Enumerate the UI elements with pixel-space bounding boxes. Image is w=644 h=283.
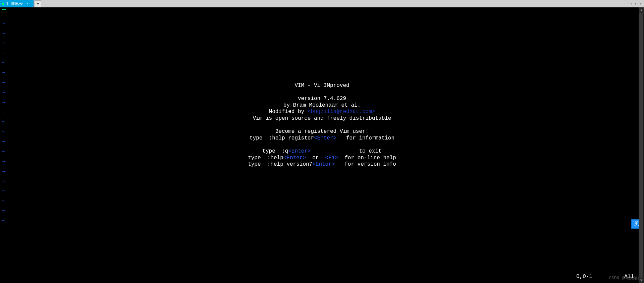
tab-prev-icon[interactable]: ◂: [630, 1, 634, 6]
intro-blank3: [0, 142, 644, 148]
intro-version: version 7.4.629: [0, 96, 644, 102]
intro-modified-prefix: Modified by: [269, 109, 308, 115]
enter-key-icon: <Enter>: [288, 148, 311, 154]
intro-reg-post: for information: [336, 135, 394, 141]
intro-blank2: [0, 122, 644, 129]
scroll-down-icon[interactable]: ▼: [639, 278, 644, 283]
intro-help-mid: or: [306, 155, 325, 161]
intro-quit-post: to exit: [311, 148, 381, 154]
tab-active[interactable]: 1 腾讯云 ×: [0, 0, 34, 7]
tab-next-icon[interactable]: ▸: [634, 1, 638, 6]
intro-register: type :help register<Enter> for informati…: [0, 135, 644, 142]
new-tab-button[interactable]: +: [35, 0, 41, 7]
intro-reg-pre: type :help register: [250, 135, 314, 141]
intro-version7: type :help version7<Enter> for version i…: [0, 161, 644, 168]
f1-key-icon: <F1>: [325, 155, 338, 161]
intro-title: VIM - Vi IMproved: [0, 82, 644, 89]
intro-modified: Modified by <bugzilla@redhat.com>: [0, 109, 644, 115]
tab-label: 1 腾讯云: [6, 1, 23, 7]
plus-icon: +: [37, 1, 39, 6]
tab-menu-icon[interactable]: ▾: [639, 1, 643, 6]
scroll-up-icon[interactable]: ▲: [639, 7, 644, 13]
intro-help: type :help<Enter> or <F1> for on-line he…: [0, 155, 644, 162]
enter-key-icon: <Enter>: [314, 135, 336, 141]
intro-ver-post: for version info: [335, 161, 396, 167]
intro-oss: Vim is open source and freely distributa…: [0, 115, 644, 122]
intro-become: Become a registered Vim user!: [0, 128, 644, 135]
tab-bar: 1 腾讯云 × + ◂ ▸ ▾: [0, 0, 644, 7]
tab-close-icon[interactable]: ×: [26, 2, 29, 6]
intro-help-pre: type :help: [248, 155, 283, 161]
intro-blank: [0, 89, 644, 96]
intro-quit-pre: type :q: [262, 148, 288, 154]
scroll-thumb[interactable]: [639, 13, 643, 278]
vim-ruler: 0,0-1: [576, 274, 592, 280]
tabbar-controls: ◂ ▸ ▾: [630, 0, 643, 7]
tab-status-dot: [2, 3, 4, 5]
intro-help-post: for on-line help: [338, 155, 396, 161]
enter-key-icon: <Enter>: [283, 155, 306, 161]
vim-intro: VIM - Vi IMproved version 7.4.629 by Bra…: [0, 82, 644, 168]
terminal[interactable]: ~ ~ ~ ~ ~ ~ ~ ~ ~ ~ ~ ~ ~ ~ ~ ~ ~ ~ ~ ~ …: [0, 7, 644, 283]
enter-key-icon: <Enter>: [312, 161, 335, 167]
watermark: CSDN @阿润菜菜: [609, 275, 642, 282]
intro-quit: type :q<Enter> to exit: [0, 148, 644, 155]
vertical-scrollbar[interactable]: ▲ ▼: [639, 7, 644, 283]
intro-ver-pre: type :help version7: [248, 161, 312, 167]
intro-modified-email: <bugzilla@redhat.com>: [308, 109, 375, 115]
intro-author: by Bram Moolenaar et al.: [0, 102, 644, 109]
ime-label: 英: [634, 221, 639, 227]
